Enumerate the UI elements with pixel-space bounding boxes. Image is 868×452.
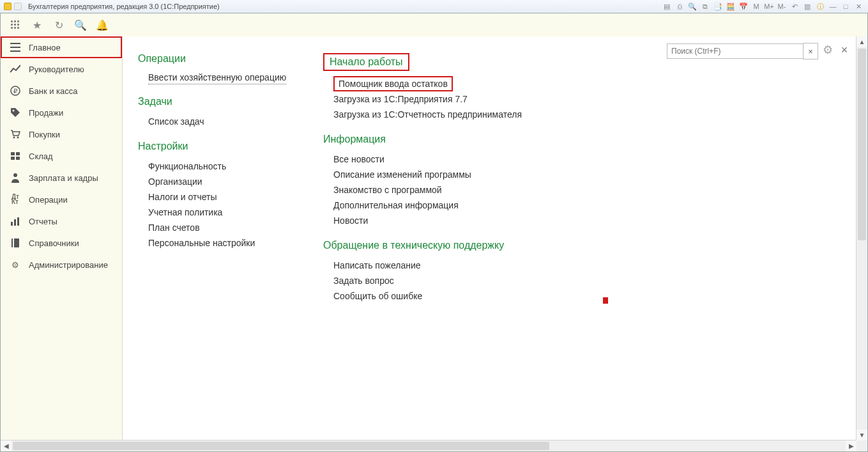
menu-lines-icon <box>8 43 22 52</box>
scroll-up-icon[interactable]: ▲ <box>857 36 867 47</box>
nav-warehouse[interactable]: Склад <box>1 145 122 167</box>
nav-label: Администрирование <box>29 260 108 270</box>
nav-purchases[interactable]: Покупки <box>1 123 122 145</box>
link-load-1c-report[interactable]: Загрузка из 1С:Отчетность предпринимател… <box>323 107 522 122</box>
nav-bank[interactable]: ₽ Банк и касса <box>1 80 122 102</box>
content-columns: Операции Ввести хозяйственную операцию З… <box>123 36 857 315</box>
group-tasks-title: Задачи <box>138 96 298 107</box>
panel-icon[interactable]: ▥ <box>802 1 813 12</box>
link-intro[interactable]: Знакомство с программой <box>323 182 522 198</box>
link-task-list[interactable]: Список задач <box>138 114 298 129</box>
svg-rect-0 <box>11 20 13 22</box>
nav-label: Склад <box>29 152 53 161</box>
svg-rect-26 <box>13 238 14 247</box>
boxes-icon <box>8 152 22 160</box>
scroll-right-icon[interactable]: ▶ <box>846 440 857 451</box>
group-support-title: Обращение в техническую поддержку <box>323 240 522 251</box>
nav-reports[interactable]: Отчеты <box>1 210 122 232</box>
frame-body: ★ ↻ 🔍 🔔 Главное Руководителю <box>0 13 868 452</box>
col-right: Начало работы Помощник ввода остатков За… <box>323 48 522 304</box>
minimize-button[interactable]: — <box>827 1 839 12</box>
nav-label: Отчеты <box>29 217 57 226</box>
panel-settings-icon[interactable]: ⚙ <box>821 43 835 57</box>
cart-icon <box>8 130 22 139</box>
mem-m[interactable]: M <box>750 1 762 12</box>
calc-icon[interactable]: 🧮 <box>725 1 736 12</box>
bell-icon[interactable]: 🔔 <box>93 16 112 34</box>
search-input[interactable] <box>667 43 803 59</box>
nav-catalogs[interactable]: Справочники <box>1 232 122 254</box>
link-accounting-policy[interactable]: Учетная политика <box>138 205 298 220</box>
app-window: Бухгалтерия предприятия, редакция 3.0 (1… <box>0 0 868 452</box>
link-organizations[interactable]: Организации <box>138 174 298 189</box>
link-functionality[interactable]: Функциональность <box>138 159 298 174</box>
nav-admin[interactable]: ⚙ Администрирование <box>1 254 122 276</box>
vertical-scrollbar[interactable]: ▲ ▼ <box>856 36 867 440</box>
svg-rect-8 <box>17 27 19 29</box>
link-extra-info[interactable]: Дополнительная информация <box>323 198 522 213</box>
menu-grid-icon[interactable] <box>6 16 25 34</box>
history-icon[interactable]: ↻ <box>49 16 68 34</box>
journal-icon: ДтКт <box>8 194 22 205</box>
ruble-icon: ₽ <box>8 86 22 96</box>
favorite-icon[interactable]: ★ <box>27 16 47 34</box>
link-question[interactable]: Задать вопрос <box>323 273 522 288</box>
nav-sales[interactable]: Продажи <box>1 102 122 123</box>
link-news[interactable]: Новости <box>323 213 522 228</box>
link-balance-assistant[interactable]: Помощник ввода остатков <box>333 76 453 91</box>
link-load-1c77[interactable]: Загрузка из 1С:Предприятия 7.7 <box>323 91 522 107</box>
search-clear-button[interactable]: × <box>803 43 818 59</box>
svg-rect-4 <box>14 24 16 26</box>
mem-mplus[interactable]: M+ <box>763 1 775 12</box>
back-icon[interactable]: ↶ <box>789 1 800 12</box>
link-enter-operation[interactable]: Ввести хозяйственную операцию <box>148 71 286 84</box>
horizontal-scrollbar[interactable]: ◀ ▶ <box>1 440 857 451</box>
hscroll-thumb[interactable] <box>13 442 549 450</box>
link-chart-of-accounts[interactable]: План счетов <box>138 220 298 235</box>
nav-main[interactable]: Главное <box>1 36 122 58</box>
save-icon[interactable]: ▤ <box>661 1 673 12</box>
nav-label: Банк и касса <box>29 86 78 96</box>
nav-label: Операции <box>29 195 68 205</box>
link-personal-settings[interactable]: Персональные настройки <box>138 235 298 251</box>
search-box: × <box>667 43 818 59</box>
preview-icon[interactable]: 🔍 <box>687 1 698 12</box>
link-taxes[interactable]: Налоги и отчеты <box>138 189 298 205</box>
help-icon[interactable]: ⓘ <box>814 1 826 12</box>
svg-point-16 <box>17 137 19 139</box>
svg-rect-6 <box>11 27 13 29</box>
group-start-title: Начало работы <box>323 53 409 71</box>
compare-icon[interactable]: ⧉ <box>699 1 711 12</box>
mem-mminus[interactable]: M- <box>776 1 788 12</box>
app-icon <box>4 3 11 10</box>
print-icon[interactable]: ⎙ <box>674 1 685 12</box>
svg-rect-1 <box>14 20 16 22</box>
content-panel: × ⚙ × Операции Ввести хозяйственную опер… <box>123 36 857 440</box>
svg-rect-25 <box>11 238 19 247</box>
svg-rect-5 <box>17 24 19 26</box>
nav-manager[interactable]: Руководителю <box>1 58 122 80</box>
maximize-button[interactable]: □ <box>840 1 851 12</box>
nav-operations[interactable]: ДтКт Операции <box>1 189 122 210</box>
bars-icon <box>8 217 22 226</box>
calendar-icon[interactable]: 📅 <box>738 1 749 12</box>
link-changelog[interactable]: Описание изменений программы <box>323 167 522 182</box>
nav-label: Зарплата и кадры <box>29 173 98 183</box>
group-operations-title: Операции <box>138 53 298 65</box>
vscroll-thumb[interactable] <box>858 49 866 240</box>
svg-rect-23 <box>14 219 16 226</box>
scroll-left-icon[interactable]: ◀ <box>1 440 11 451</box>
panel-close-button[interactable]: × <box>837 43 851 57</box>
copy-icon[interactable]: 📑 <box>712 1 724 12</box>
nav-label: Руководителю <box>29 65 84 74</box>
link-all-news[interactable]: Все новости <box>323 152 522 167</box>
search-icon[interactable]: 🔍 <box>71 16 90 34</box>
scroll-down-icon[interactable]: ▼ <box>857 430 867 440</box>
close-window-button[interactable]: ✕ <box>853 1 864 12</box>
group-info-title: Информация <box>323 134 522 145</box>
link-bug-report[interactable]: Сообщить об ошибке <box>323 288 522 304</box>
window-title: Бухгалтерия предприятия, редакция 3.0 (1… <box>28 3 220 10</box>
svg-rect-17 <box>11 152 15 155</box>
link-wish[interactable]: Написать пожелание <box>323 258 522 273</box>
nav-hr[interactable]: Зарплата и кадры <box>1 167 122 189</box>
